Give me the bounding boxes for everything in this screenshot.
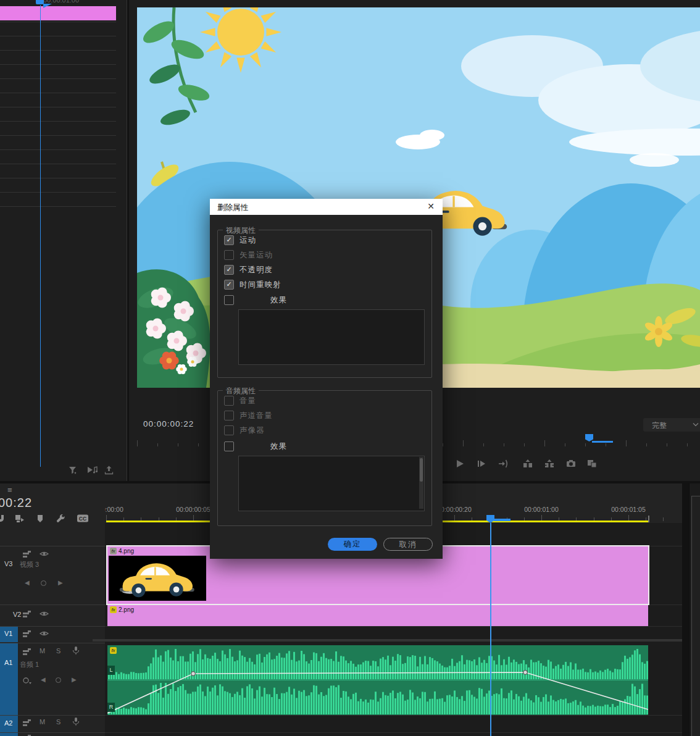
mini-ruler-tick: [585, 443, 586, 446]
ecp-playhead-line[interactable]: [40, 5, 41, 467]
step-forward-icon[interactable]: [476, 458, 487, 469]
add-keyframe-icon[interactable]: [56, 677, 61, 683]
volume-keyframe: [191, 672, 196, 676]
source-patch-icon[interactable]: [22, 550, 31, 558]
track-label-a1[interactable]: A1: [4, 659, 12, 666]
timeline-settings-wrench-icon[interactable]: [56, 514, 65, 524]
volume-keyframe: [523, 671, 528, 675]
panel-menu-icon[interactable]: ≡: [7, 485, 12, 495]
close-icon[interactable]: ✕: [425, 201, 436, 211]
track-label-a2[interactable]: A2: [4, 719, 12, 727]
checkbox[interactable]: [224, 411, 234, 420]
export-frame-icon[interactable]: [565, 458, 577, 469]
voiceover-mic-icon[interactable]: [72, 646, 80, 655]
mute-button[interactable]: M: [40, 647, 45, 654]
checkbox[interactable]: ✓: [224, 235, 234, 245]
effects-listbox[interactable]: [238, 309, 425, 365]
fx-badge-icon: fx: [110, 606, 117, 613]
mini-ruler-tick: [524, 443, 525, 446]
lift-icon[interactable]: [522, 458, 533, 469]
extract-icon[interactable]: [544, 458, 555, 469]
checkbox[interactable]: [224, 425, 234, 435]
mini-ruler-tick: [504, 443, 504, 446]
zoom-level-select[interactable]: 完整: [643, 418, 700, 432]
mute-button[interactable]: M: [40, 718, 45, 726]
captions-icon[interactable]: CC: [77, 514, 89, 523]
track-label-v3[interactable]: V3: [4, 560, 12, 567]
ruler-label: 00:00:00:05: [176, 506, 210, 513]
checkbox[interactable]: [224, 250, 234, 260]
previous-keyframe-icon[interactable]: ◀: [25, 579, 30, 586]
next-keyframe-icon[interactable]: ▶: [58, 579, 63, 586]
filter-icon[interactable]: [68, 465, 78, 475]
group-legend: 音频属性: [223, 386, 259, 396]
video-audio-divider[interactable]: [93, 639, 682, 642]
program-timecode: 00:00:00:22: [143, 419, 194, 429]
ecp-parameter-rows: [0, 22, 116, 207]
play-audio-icon[interactable]: [86, 465, 99, 475]
scrollbar[interactable]: [419, 457, 423, 509]
track-name-v3[interactable]: 视频 3: [20, 560, 39, 569]
solo-button[interactable]: S: [56, 647, 60, 654]
previous-keyframe-icon[interactable]: ◀: [41, 676, 46, 683]
export-icon[interactable]: [104, 465, 114, 475]
checkbox[interactable]: [224, 441, 234, 451]
mini-ruler-tick: [626, 440, 627, 446]
track-target-a1[interactable]: [0, 643, 18, 715]
track-label-v1[interactable]: V1: [4, 630, 12, 637]
add-marker-icon[interactable]: [36, 514, 44, 524]
ok-button[interactable]: 确定: [328, 538, 377, 551]
effects-listbox[interactable]: [238, 456, 425, 511]
play-icon[interactable]: [454, 458, 465, 469]
solo-button[interactable]: S: [56, 718, 60, 726]
audio-clip[interactable]: fx L R: [107, 645, 648, 715]
track-target-a3[interactable]: [0, 733, 18, 736]
mini-ruler-tick: [667, 443, 667, 446]
channel-right-badge: R: [107, 703, 115, 712]
mini-ruler-tick: [606, 443, 606, 446]
source-patch-icon[interactable]: [22, 719, 31, 727]
chevron-down-icon: [693, 422, 699, 427]
timeline-playhead-line[interactable]: [490, 523, 491, 736]
track-label-v2[interactable]: V2: [13, 611, 21, 618]
timeline-playhead-bar: [494, 519, 510, 521]
ecp-clip-duration-bar[interactable]: [0, 6, 116, 20]
checkbox[interactable]: ✓: [224, 280, 234, 290]
checkbox[interactable]: [224, 396, 234, 406]
source-patch-icon[interactable]: [22, 630, 31, 638]
eye-icon[interactable]: [40, 630, 49, 637]
channel-left-badge: L: [107, 666, 115, 675]
work-area-end-tick: [648, 516, 649, 522]
clip-name: 4.png: [119, 548, 134, 554]
add-keyframe-icon[interactable]: [41, 580, 46, 586]
clip-2png[interactable]: fx 2.png: [107, 605, 648, 626]
source-patch-icon[interactable]: [22, 648, 31, 656]
checkbox-label: 时间重映射: [240, 280, 281, 290]
voiceover-mic-icon[interactable]: [72, 717, 80, 726]
scrollbar-thumb[interactable]: [420, 458, 423, 482]
comparison-view-icon[interactable]: [586, 458, 598, 469]
linked-selection-icon[interactable]: [15, 514, 25, 524]
clip-name: 2.png: [119, 606, 134, 613]
checkbox-label: 音量: [240, 396, 256, 406]
eye-icon[interactable]: [40, 610, 49, 617]
checkbox-label: 运动: [240, 235, 256, 246]
checkbox[interactable]: ✓: [224, 265, 234, 275]
source-patch-icon[interactable]: [22, 610, 31, 618]
snap-icon[interactable]: [0, 514, 6, 524]
video-attributes-group: 视频属性 ✓运动矢量运动✓不透明度✓时间重映射效果: [217, 230, 432, 378]
ruler-tick: [663, 517, 664, 521]
timeline-timecode[interactable]: 00:22: [0, 496, 32, 510]
play-to-out-icon[interactable]: [498, 458, 509, 469]
dialog-titlebar[interactable]: 删除属性 ✕: [210, 199, 443, 215]
clip-thumbnail: [109, 556, 206, 601]
next-keyframe-icon[interactable]: ▶: [72, 676, 77, 683]
audio-meters-panel: [689, 483, 700, 736]
ruler-label: 00:00:00:00: [105, 506, 123, 513]
checkbox[interactable]: [224, 295, 234, 305]
track-name-a1[interactable]: 音频 1: [20, 660, 39, 669]
keyframe-type-icon[interactable]: [22, 677, 32, 685]
cancel-button[interactable]: 取消: [383, 538, 433, 551]
eye-icon[interactable]: [40, 550, 49, 558]
dialog-body: 视频属性 ✓运动矢量运动✓不透明度✓时间重映射效果 音频属性 音量声道音量声像器…: [210, 215, 443, 559]
